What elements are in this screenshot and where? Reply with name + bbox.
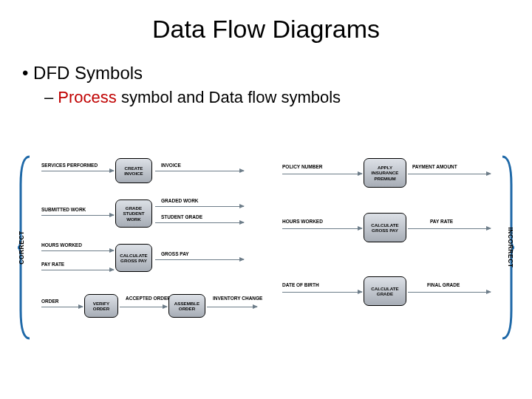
flow-out-label: PAY RATE — [430, 219, 453, 224]
arrow-icon — [155, 259, 244, 260]
flow-mid-label: ACCEPTED ORDER — [126, 296, 171, 301]
flow-out-label: GRADED WORK — [161, 198, 199, 203]
flow-out-label: STUDENT GRADE — [161, 214, 202, 219]
label-incorrect: INCORRECT — [506, 227, 514, 267]
arrow-icon — [120, 307, 167, 307]
label-correct: CORRECT — [18, 231, 25, 265]
arrow-icon — [408, 228, 491, 229]
arrow-icon — [155, 206, 244, 207]
bullet-text: DFD Symbols — [33, 63, 143, 83]
process-box: ASSEMBLE ORDER — [168, 294, 205, 318]
process-box: CALCULATE GROSS PAY — [364, 213, 406, 242]
arrow-icon — [155, 171, 244, 171]
correct-row-1: SERVICES PERFORMED CREATE INVOICE INVOIC… — [41, 155, 265, 185]
arrow-icon — [41, 270, 114, 270]
process-box: GRADE STUDENT WORK — [115, 200, 152, 228]
flow-out-label: INVENTORY CHANGE — [213, 296, 262, 301]
incorrect-row-1: POLICY NUMBER APPLY INSURANCE PREMIUM PA… — [282, 155, 498, 189]
arrow-icon — [408, 174, 491, 174]
correct-row-4: ORDER VERIFY ORDER ACCEPTED ORDER ASSEMB… — [41, 287, 265, 319]
page-title: Data Flow Diagrams — [0, 15, 532, 44]
arrow-icon — [282, 228, 362, 229]
flow-in-label: POLICY NUMBER — [282, 164, 322, 169]
arrow-icon — [207, 307, 257, 307]
process-box: CALCULATE GRADE — [364, 276, 406, 306]
process-box: VERIFY ORDER — [84, 294, 118, 318]
correct-row-2: SUBMITTED WORK GRADE STUDENT WORK GRADED… — [41, 195, 265, 229]
process-box: APPLY INSURANCE PREMIUM — [364, 158, 406, 188]
flow-out-label: PAYMENT AMOUNT — [412, 164, 457, 169]
slide: Data Flow Diagrams • DFD Symbols – Proce… — [0, 15, 532, 399]
flow-in-label: SUBMITTED WORK — [41, 207, 86, 212]
correct-column: SERVICES PERFORMED CREATE INVOICE INVOIC… — [41, 155, 265, 330]
flow-in-label: ORDER — [41, 299, 58, 304]
correct-row-3: HOURS WORKED PAY RATE CALCULATE GROSS PA… — [41, 239, 265, 276]
flow-in-label: DATE OF BIRTH — [282, 282, 319, 287]
process-box: CALCULATE GROSS PAY — [115, 244, 152, 272]
arrow-icon — [155, 222, 244, 223]
bullet-marker: • — [22, 63, 33, 83]
arrow-icon — [282, 292, 362, 293]
flow-out-label: GROSS PAY — [161, 251, 189, 256]
incorrect-row-3: DATE OF BIRTH CALCULATE GRADE FINAL GRAD… — [282, 272, 498, 309]
flow-in-label: HOURS WORKED — [282, 219, 323, 224]
arrow-icon — [408, 292, 491, 293]
arrow-icon — [282, 174, 362, 174]
bullet-text-highlight: Process — [58, 88, 116, 106]
bullet-level-2: – Process symbol and Data flow symbols — [44, 88, 532, 107]
arrow-icon — [41, 307, 83, 307]
flow-in-label: HOURS WORKED — [41, 242, 82, 248]
bullet-level-1: • DFD Symbols — [22, 63, 532, 83]
process-box: CREATE INVOICE — [115, 158, 152, 183]
bullet-dash: – — [44, 88, 58, 106]
arrow-icon — [41, 250, 114, 251]
incorrect-row-2: HOURS WORKED CALCULATE GROSS PAY PAY RAT… — [282, 208, 498, 253]
flow-in-label: SERVICES PERFORMED — [41, 163, 98, 168]
flow-out-label: FINAL GRADE — [427, 282, 460, 287]
bullet-text-rest: symbol and Data flow symbols — [117, 88, 341, 106]
arrow-icon — [41, 215, 114, 216]
arrow-icon — [41, 171, 114, 171]
flow-out-label: INVOICE — [161, 163, 181, 168]
flow-in-label: PAY RATE — [41, 262, 64, 267]
incorrect-column: POLICY NUMBER APPLY INSURANCE PREMIUM PA… — [282, 155, 498, 319]
